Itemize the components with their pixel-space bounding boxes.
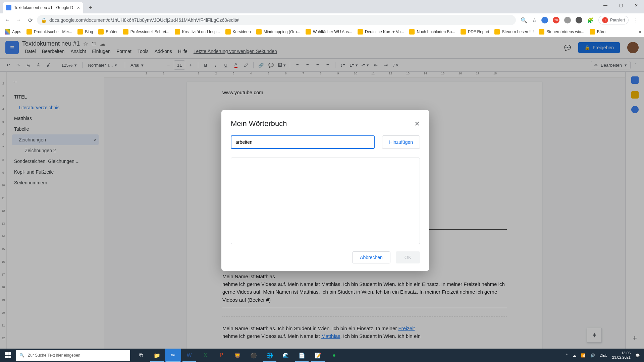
forward-button[interactable]: → [14, 15, 23, 25]
bookmark-item[interactable]: Später [96, 28, 119, 36]
profile-paused-pill[interactable]: T Pausiert [598, 16, 629, 24]
notepad-icon[interactable]: 📝 [310, 349, 326, 362]
bookmark-item[interactable]: Noch hochladen Bu... [407, 28, 457, 36]
bookmark-folder-icon [461, 29, 466, 35]
obs-icon[interactable]: ⚫ [246, 349, 262, 362]
start-button[interactable] [0, 349, 16, 362]
bookmark-item[interactable]: Kursideen [223, 28, 253, 36]
language-indicator[interactable]: DEU [600, 353, 607, 357]
bookmark-item[interactable]: Steuern Videos wic... [537, 28, 586, 36]
windows-search-input[interactable]: 🔍 Zur Suche Text hier eingeben [16, 350, 130, 361]
cancel-button[interactable]: Abbrechen [352, 251, 390, 263]
bookmark-item[interactable]: Kreativität und Insp... [173, 28, 222, 36]
windows-taskbar: 🔍 Zur Suche Text hier eingeben ⧉ 📁 99+ W… [0, 349, 644, 362]
window-controls: — ▢ ✕ [598, 0, 644, 11]
bookmark-folder-icon [494, 29, 500, 35]
bookmark-folder-icon [77, 29, 83, 35]
tab-bar: Textdokument neu #1 - Google D × + — ▢ ✕ [0, 0, 644, 13]
bookmark-folder-icon [225, 29, 231, 35]
lock-icon: 🔒 [41, 17, 47, 23]
profile-avatar-icon: T [602, 17, 608, 23]
volume-icon[interactable]: 🔊 [590, 353, 595, 358]
close-window-button[interactable]: ✕ [629, 0, 644, 11]
tab-title: Textdokument neu #1 - Google D [14, 5, 74, 10]
bookmark-item[interactable]: Produktsuche - Mer... [24, 28, 74, 36]
edge-icon[interactable]: 🌊 [278, 349, 294, 362]
onedrive-icon[interactable]: ☁ [573, 353, 576, 358]
bookmark-bar: Apps Produktsuche - Mer... Blog Später P… [0, 27, 644, 37]
star-icon[interactable]: ☆ [532, 17, 537, 23]
bookmark-item[interactable]: Professionell Schrei... [121, 28, 171, 36]
bookmark-overflow-icon[interactable]: » [639, 29, 641, 34]
system-tray: ˄ ☁ 📶 🔊 DEU 13:05 23.02.2021 💬 [562, 351, 644, 360]
bookmark-folder-icon [123, 29, 128, 35]
wifi-icon[interactable]: 📶 [581, 353, 586, 358]
tab-close-icon[interactable]: × [77, 5, 80, 10]
tray-chevron-icon[interactable]: ˄ [566, 353, 568, 358]
brave-icon[interactable]: 🦁 [229, 349, 246, 362]
bookmark-item[interactable]: Blog [75, 28, 95, 36]
address-bar-row: ← → ⟳ 🔒 docs.google.com/document/d/1hUH8… [0, 13, 644, 27]
extensions-puzzle-icon[interactable]: 🧩 [587, 17, 594, 23]
bookmark-folder-icon [306, 29, 311, 35]
powerpoint-icon[interactable]: P [213, 349, 229, 362]
extension-icons: 🔍 ☆ 20 🧩 T Pausiert ⋮ [518, 16, 641, 24]
bookmark-item[interactable]: PDF Report [459, 28, 491, 36]
spotify-icon[interactable]: ● [326, 349, 342, 362]
reader-icon[interactable]: 📄 [294, 349, 310, 362]
ok-button[interactable]: OK [396, 251, 420, 263]
browser-menu-icon[interactable]: ⋮ [633, 17, 639, 23]
dialog-title: Mein Wörterbuch [231, 119, 287, 128]
minimize-button[interactable]: — [598, 0, 613, 11]
browser-chrome: Textdokument neu #1 - Google D × + — ▢ ✕… [0, 0, 644, 37]
bookmark-folder-icon [98, 29, 104, 35]
bookmark-folder-icon [409, 29, 415, 35]
ext-icon-1[interactable] [541, 17, 548, 23]
chrome-icon[interactable]: 🌐 [262, 349, 278, 362]
task-view-icon[interactable]: ⧉ [133, 349, 149, 362]
add-word-button[interactable]: Hinzufügen [382, 135, 420, 149]
docs-favicon-icon [6, 5, 11, 10]
bookmark-folder-icon [256, 29, 262, 35]
dialog-close-icon[interactable]: ✕ [414, 120, 420, 128]
bookmark-item[interactable]: Wahlfächer WU Aus... [304, 28, 354, 36]
dictionary-word-list[interactable] [231, 158, 420, 244]
address-bar[interactable]: 🔒 docs.google.com/document/d/1hUH8k6h7Lb… [37, 15, 516, 25]
notifications-icon[interactable]: 💬 [635, 353, 640, 358]
word-icon[interactable]: W [181, 349, 197, 362]
paused-label: Pausiert [610, 18, 625, 22]
bookmark-item[interactable]: Steuern Lesen !!!! [492, 28, 536, 36]
bookmark-folder-icon [539, 29, 544, 35]
search-icon: 🔍 [19, 353, 24, 358]
new-tab-button[interactable]: + [86, 3, 95, 12]
excel-icon[interactable]: X [197, 349, 213, 362]
reload-button[interactable]: ⟳ [25, 15, 35, 25]
bookmark-folder-icon [358, 29, 363, 35]
apps-icon [5, 29, 10, 35]
bookmark-apps[interactable]: Apps [3, 28, 23, 36]
ext-icon-2[interactable] [564, 17, 571, 23]
app-icon[interactable]: 99+ [165, 349, 181, 362]
browser-tab[interactable]: Textdokument neu #1 - Google D × [3, 2, 83, 13]
url-text: docs.google.com/document/d/1hUH8k6h7Lb8y… [49, 17, 238, 23]
bookmark-folder-icon [26, 29, 32, 35]
maximize-button[interactable]: ▢ [613, 0, 629, 11]
zoom-icon[interactable]: 🔍 [521, 17, 527, 23]
bookmark-item[interactable]: Deutsche Kurs + Vo... [356, 28, 406, 36]
bookmark-item[interactable]: Mindmapping (Gru... [254, 28, 302, 36]
clock[interactable]: 13:05 23.02.2021 [612, 351, 631, 360]
bookmark-item[interactable]: Büro [588, 28, 607, 36]
bookmark-folder-icon [175, 29, 180, 35]
ext-icon-3[interactable] [576, 17, 582, 23]
bookmark-folder-icon [590, 29, 595, 35]
back-button[interactable]: ← [3, 15, 12, 25]
ext-adblock-icon[interactable]: 20 [553, 17, 559, 23]
explorer-icon[interactable]: 📁 [149, 349, 165, 362]
dictionary-dialog: Mein Wörterbuch ✕ Hinzufügen Abbrechen O… [221, 110, 429, 271]
word-input[interactable] [231, 135, 375, 149]
